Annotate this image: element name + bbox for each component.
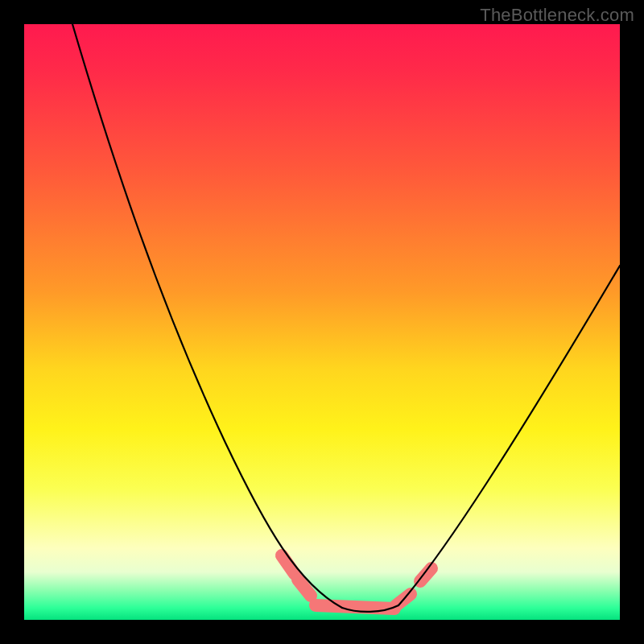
chart-svg	[24, 24, 620, 620]
curve-left-branch	[72, 24, 342, 608]
watermark-text: TheBottleneck.com	[480, 5, 634, 26]
salmon-seg-floor	[316, 605, 394, 609]
bottleneck-curve	[72, 24, 620, 612]
salmon-seg-left-upper	[282, 555, 295, 574]
curve-right-branch	[398, 266, 620, 605]
chart-frame: TheBottleneck.com	[0, 0, 644, 644]
plot-area	[24, 24, 620, 620]
salmon-highlight-group	[282, 555, 431, 609]
